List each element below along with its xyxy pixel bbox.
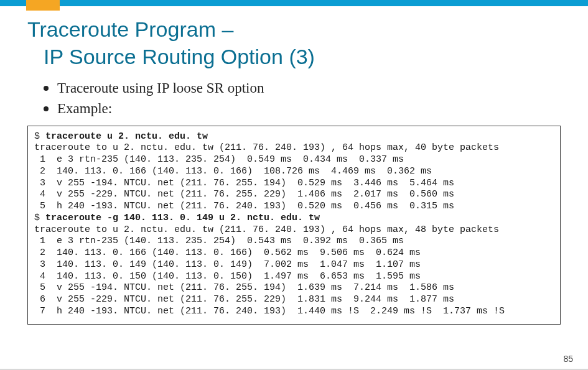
accent-tab (26, 0, 60, 11)
output-line: traceroute to u 2. nctu. edu. tw (211. 7… (34, 224, 499, 235)
output-line: 6 v 255 -229. NTCU. net (211. 76. 255. 2… (34, 294, 454, 305)
output-line: 5 v 255 -194. NTCU. net (211. 76. 255. 1… (34, 282, 454, 293)
title-line-2: IP Source Routing Option (3) (27, 44, 563, 71)
bullet-item: Traceroute using IP loose SR option (44, 78, 563, 98)
terminal-output: $ traceroute u 2. nctu. edu. tw tracerou… (27, 126, 561, 325)
output-line: 2 140. 113. 0. 166 (140. 113. 0. 166) 0.… (34, 247, 421, 258)
page-number: 85 (563, 354, 573, 364)
output-line: 1 e 3 rtn-235 (140. 113. 235. 254) 0.543… (34, 236, 404, 246)
output-line: 2 140. 113. 0. 166 (140. 113. 0. 166) 10… (34, 166, 432, 177)
output-line: 7 h 240 -193. NTCU. net (211. 76. 240. 1… (34, 306, 505, 317)
output-line: 3 v 255 -194. NTCU. net (211. 76. 255. 1… (34, 178, 454, 188)
output-line: 1 e 3 rtn-235 (140. 113. 235. 254) 0.549… (34, 154, 404, 165)
output-line: 5 h 240 -193. NTCU. net (211. 76. 240. 1… (34, 201, 454, 211)
output-line: traceroute to u 2. nctu. edu. tw (211. 7… (34, 142, 499, 153)
slide-body: Traceroute Program – IP Source Routing O… (0, 16, 588, 325)
accent-bar (0, 0, 588, 6)
output-line: 4 140. 113. 0. 150 (140. 113. 0. 150) 1.… (34, 271, 421, 282)
output-line: 3 140. 113. 0. 149 (140. 113. 0. 149) 7.… (34, 259, 421, 270)
command-1: traceroute u 2. nctu. edu. tw (45, 131, 208, 142)
bullet-item: Example: (44, 98, 563, 119)
output-line: 4 v 255 -229. NTCU. net (211. 76. 255. 2… (34, 189, 454, 200)
title-line-1: Traceroute Program – (27, 17, 233, 41)
command-2: traceroute -g 140. 113. 0. 149 u 2. nctu… (45, 213, 320, 223)
prompt: $ (34, 213, 45, 223)
prompt: $ (34, 131, 45, 142)
bullet-list: Traceroute using IP loose SR option Exam… (44, 78, 563, 119)
slide-title: Traceroute Program – IP Source Routing O… (27, 16, 563, 70)
